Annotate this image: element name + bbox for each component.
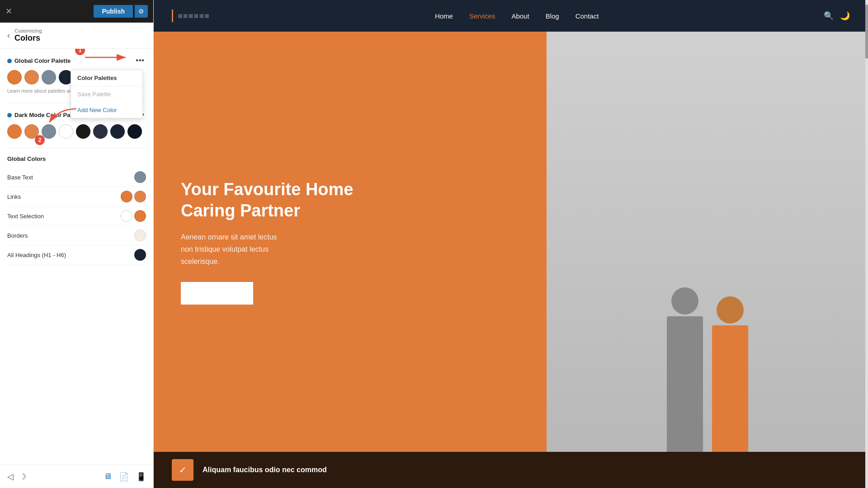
bottom-bar-text: Aliquam faucibus odio nec commod — [203, 466, 327, 474]
hero-figures — [667, 287, 748, 452]
palette-header: Global Color Palette ••• 1 Color Pa — [7, 56, 146, 66]
hero-section: Your Favourite HomeCaring Partner Aenean… — [154, 32, 868, 452]
customizing-header: ‹ Customizing Colors — [0, 23, 153, 49]
nav-links: Home Services About Blog Contact — [435, 12, 599, 20]
global-colors-section: Global Colors Base Text Links Text Selec… — [7, 155, 146, 265]
close-icon[interactable]: ✕ — [5, 6, 12, 16]
color-row-borders: Borders — [7, 226, 146, 245]
divider-2 — [7, 148, 146, 148]
swatch-1[interactable] — [7, 70, 22, 84]
swatch-3[interactable] — [42, 70, 56, 84]
arrow-1-svg — [85, 51, 130, 64]
borders-swatch[interactable] — [134, 230, 146, 241]
nav-contact[interactable]: Contact — [576, 12, 599, 20]
badge-1: 1 — [75, 49, 85, 55]
color-row-base-text: Base Text — [7, 168, 146, 187]
scrollbar-track[interactable] — [865, 0, 868, 488]
tablet-icon[interactable]: 📄 — [119, 472, 129, 482]
site-nav: ■■■■■■ Home Services About Blog Contact … — [154, 0, 868, 32]
color-row-text-selection: Text Selection — [7, 206, 146, 226]
color-row-links: Links — [7, 187, 146, 206]
hero-right — [547, 32, 868, 452]
color-row-headings: All Headings (H1 - H6) — [7, 245, 146, 265]
dark-swatch-6[interactable] — [93, 124, 108, 139]
dropdown-item-palettes[interactable]: Color Palettes — [71, 70, 142, 86]
text-selection-swatches — [121, 210, 146, 222]
links-swatches — [121, 191, 146, 202]
search-icon[interactable]: 🔍 — [824, 11, 834, 21]
site-logo: ■■■■■■ — [172, 9, 210, 22]
publish-button[interactable]: Publish — [94, 5, 133, 18]
palette-dots-menu[interactable]: ••• — [134, 56, 146, 66]
colors-title: Colors — [14, 33, 40, 42]
links-swatch-2[interactable] — [134, 191, 146, 202]
base-text-swatch[interactable] — [134, 171, 146, 183]
borders-swatches — [134, 230, 146, 241]
dropdown-menu: Color Palettes Save Palette Add New Colo… — [71, 70, 143, 118]
headings-swatch[interactable] — [134, 249, 146, 261]
text-selection-swatch-2[interactable] — [134, 210, 146, 222]
hero-subtitle: Aenean ornare sit amet lectusnon tristiq… — [181, 231, 519, 268]
dark-palette-dot — [7, 113, 12, 117]
nav-icons: 🔍 🌙 — [824, 11, 850, 21]
nav-home[interactable]: Home — [435, 12, 453, 20]
dark-mode-icon[interactable]: 🌙 — [840, 11, 850, 21]
logo-text: ■■■■■■ — [178, 11, 210, 21]
base-text-label: Base Text — [7, 174, 33, 181]
text-selection-swatch-1[interactable] — [121, 210, 132, 222]
dark-swatch-1[interactable] — [7, 124, 22, 139]
main-preview: ■■■■■■ Home Services About Blog Contact … — [154, 0, 868, 488]
desktop-icon[interactable]: 🖥 — [104, 472, 112, 481]
badge-2: 2 — [35, 135, 45, 145]
bottom-bar: ✓ Aliquam faucibus odio nec commod — [154, 452, 868, 488]
borders-label: Borders — [7, 232, 28, 239]
back-arrow[interactable]: ‹ — [7, 31, 10, 40]
moon-icon[interactable]: ☽ — [19, 472, 26, 482]
customizing-label: Customizing — [14, 28, 42, 33]
device-icons: 🖥 📄 📱 — [104, 472, 146, 482]
mobile-icon[interactable]: 📱 — [136, 472, 146, 482]
nav-about[interactable]: About — [511, 12, 529, 20]
hero-image — [547, 32, 868, 452]
links-swatch-1[interactable] — [121, 191, 132, 202]
swatch-2[interactable] — [24, 70, 39, 84]
left-toolbar-icons: ◁ ☽ — [7, 472, 26, 482]
links-label: Links — [7, 193, 21, 200]
nav-blog[interactable]: Blog — [546, 12, 559, 20]
bottom-toolbar: ◁ ☽ 🖥 📄 📱 — [0, 465, 153, 488]
hero-title: Your Favourite HomeCaring Partner — [181, 179, 519, 222]
top-bar: ✕ Publish ⚙ — [0, 0, 153, 23]
gear-button[interactable]: ⚙ — [135, 5, 148, 18]
palette-dot — [7, 59, 12, 63]
circle-left-icon[interactable]: ◁ — [7, 472, 14, 482]
text-selection-label: Text Selection — [7, 213, 44, 220]
global-colors-title: Global Colors — [7, 155, 146, 162]
check-icon: ✓ — [172, 459, 193, 481]
headings-label: All Headings (H1 - H6) — [7, 252, 66, 258]
website-preview: ■■■■■■ Home Services About Blog Contact … — [154, 0, 868, 488]
person-2 — [712, 296, 748, 452]
customizing-title-area: Customizing Colors — [14, 28, 42, 43]
dropdown-item-save: Save Palette — [71, 86, 142, 102]
base-text-swatches — [134, 171, 146, 183]
dark-swatch-7[interactable] — [110, 124, 125, 139]
arrow-2-svg — [45, 104, 81, 127]
logo-bar — [172, 9, 173, 22]
panel-content: Global Color Palette ••• 1 Color Pa — [0, 49, 153, 465]
nav-services[interactable]: Services — [469, 12, 495, 20]
person-1 — [667, 287, 703, 452]
left-panel: ✕ Publish ⚙ ‹ Customizing Colors Global … — [0, 0, 154, 488]
hero-left: Your Favourite HomeCaring Partner Aenean… — [154, 32, 547, 452]
dark-swatch-8[interactable] — [127, 124, 142, 139]
scrollbar-thumb[interactable] — [865, 5, 868, 59]
global-palette-section: Global Color Palette ••• 1 Color Pa — [7, 56, 146, 94]
global-palette-title: Global Color Palette — [7, 57, 71, 64]
headings-swatches — [134, 249, 146, 261]
hero-cta-button[interactable] — [181, 282, 253, 305]
publish-area: Publish ⚙ — [94, 5, 148, 18]
dropdown-item-add-color[interactable]: Add New Color 2 — [71, 102, 142, 118]
